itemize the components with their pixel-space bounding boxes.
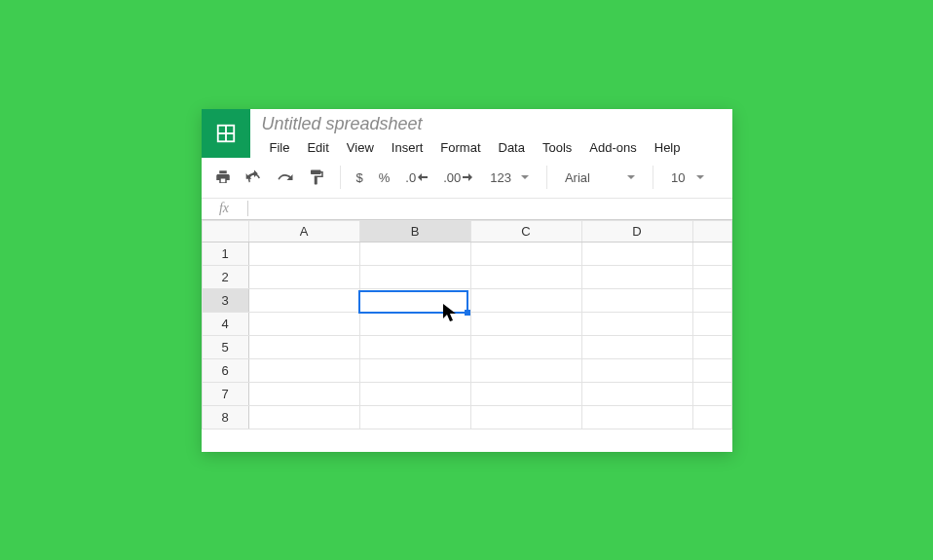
cell-B4[interactable] [359, 312, 470, 335]
col-header-B[interactable]: B [359, 220, 470, 242]
percent-button[interactable]: % [373, 164, 396, 191]
cell-C7[interactable] [470, 382, 581, 405]
cell-D8[interactable] [581, 405, 692, 429]
col-header-A[interactable]: A [248, 220, 359, 242]
menu-insert[interactable]: Insert [384, 138, 431, 157]
cell-B6[interactable] [359, 358, 470, 382]
cell-overflow[interactable] [692, 265, 731, 288]
row-header-2[interactable]: 2 [202, 265, 248, 288]
paint-format-button[interactable] [303, 164, 330, 191]
col-header-C[interactable]: C [470, 220, 581, 242]
cell-D3[interactable] [581, 288, 692, 312]
decrease-decimal-button[interactable]: .0 [399, 164, 433, 191]
toolbar-divider [653, 166, 653, 189]
chevron-down-icon [521, 175, 529, 179]
row-header-3[interactable]: 3 [202, 288, 248, 312]
cell-D4[interactable] [581, 312, 692, 335]
cell-B7[interactable] [359, 382, 470, 405]
row-header-4[interactable]: 4 [202, 312, 248, 335]
cell-B1[interactable] [359, 242, 470, 265]
menu-file[interactable]: File [262, 138, 298, 157]
row-header-5[interactable]: 5 [202, 335, 248, 358]
font-size-dropdown[interactable]: 10 [663, 164, 712, 191]
row-header-8[interactable]: 8 [202, 405, 248, 429]
menu-format[interactable]: Format [432, 138, 488, 157]
currency-button[interactable]: $ [351, 164, 369, 191]
cell-B3[interactable] [359, 288, 470, 312]
header: Untitled spreadsheet FileEditViewInsertF… [202, 109, 732, 158]
row-3: 3 [202, 288, 731, 312]
grid: ABCD 12345678 [202, 220, 732, 429]
cell-overflow[interactable] [692, 242, 731, 265]
tool-group-number: $ % .0 .00 123 [351, 164, 537, 191]
cell-C6[interactable] [470, 358, 581, 382]
toolbar-divider [546, 166, 547, 189]
row-header-7[interactable]: 7 [202, 382, 248, 405]
increase-decimal-button[interactable]: .00 [437, 164, 478, 191]
more-formats-label: 123 [490, 170, 511, 185]
cell-B5[interactable] [359, 335, 470, 358]
redo-button[interactable] [272, 164, 299, 191]
cell-A1[interactable] [248, 242, 359, 265]
cell-D6[interactable] [581, 358, 692, 382]
menu-view[interactable]: View [339, 138, 382, 157]
corner-cell[interactable] [202, 220, 248, 242]
cell-B2[interactable] [359, 265, 470, 288]
more-formats-dropdown[interactable]: 123 [482, 164, 537, 191]
cell-A2[interactable] [248, 265, 359, 288]
cell-D1[interactable] [581, 242, 692, 265]
cell-A5[interactable] [248, 335, 359, 358]
cell-overflow[interactable] [692, 312, 731, 335]
menu-edit[interactable]: Edit [299, 138, 336, 157]
cell-B8[interactable] [359, 405, 470, 429]
sheets-icon [215, 123, 237, 144]
col-header-D[interactable]: D [581, 220, 692, 242]
toolbar-divider [340, 166, 341, 189]
cell-A3[interactable] [248, 288, 359, 312]
spreadsheet-window: Untitled spreadsheet FileEditViewInsertF… [202, 109, 732, 452]
row-1: 1 [202, 242, 731, 265]
column-header-row: ABCD [202, 220, 731, 242]
tool-group-main [209, 164, 330, 191]
cell-C3[interactable] [470, 288, 581, 312]
cell-C2[interactable] [470, 265, 581, 288]
cell-A4[interactable] [248, 312, 359, 335]
row-header-6[interactable]: 6 [202, 358, 248, 382]
cell-C5[interactable] [470, 335, 581, 358]
arrow-left-icon [418, 173, 428, 181]
menu-data[interactable]: Data [491, 138, 533, 157]
document-title[interactable]: Untitled spreadsheet [262, 113, 725, 134]
cell-A6[interactable] [248, 358, 359, 382]
cell-overflow[interactable] [692, 382, 731, 405]
font-dropdown[interactable]: Arial [557, 164, 643, 191]
cell-overflow[interactable] [692, 405, 731, 429]
cell-C4[interactable] [470, 312, 581, 335]
font-label: Arial [565, 170, 590, 185]
cell-C8[interactable] [470, 405, 581, 429]
cell-D5[interactable] [581, 335, 692, 358]
cell-overflow[interactable] [692, 358, 731, 382]
formula-input[interactable] [248, 199, 732, 219]
arrow-right-icon [463, 173, 472, 181]
toolbar: $ % .0 .00 123 Arial 10 [202, 158, 732, 199]
row-header-1[interactable]: 1 [202, 242, 248, 265]
cell-D2[interactable] [581, 265, 692, 288]
menu-add-ons[interactable]: Add-ons [581, 138, 644, 157]
print-icon [214, 168, 232, 186]
chevron-down-icon [627, 175, 635, 179]
cell-A7[interactable] [248, 382, 359, 405]
cell-D7[interactable] [581, 382, 692, 405]
cell-overflow[interactable] [692, 288, 731, 312]
decrease-decimal-label: .0 [405, 170, 416, 185]
undo-button[interactable] [241, 164, 268, 191]
fx-label: fx [202, 201, 248, 216]
cell-A8[interactable] [248, 405, 359, 429]
row-2: 2 [202, 265, 731, 288]
menu-help[interactable]: Help [647, 138, 689, 157]
cell-overflow[interactable] [692, 335, 731, 358]
undo-icon [245, 168, 263, 186]
spreadsheet-table: ABCD 12345678 [202, 220, 732, 429]
cell-C1[interactable] [470, 242, 581, 265]
print-button[interactable] [209, 164, 237, 191]
menu-tools[interactable]: Tools [535, 138, 579, 157]
